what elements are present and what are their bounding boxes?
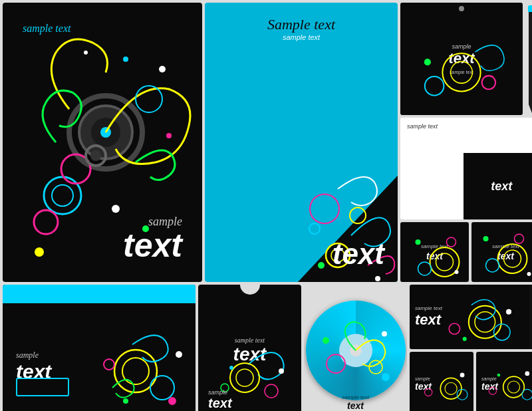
horiz1-text: text [426,251,443,261]
svg-point-60 [279,368,284,374]
sleeve-notch [240,285,260,295]
paper-top-text: Sample text sample text [267,16,335,41]
svg-point-41 [416,239,421,245]
split-sample-label: sample text [407,123,438,130]
split-card: sample text text [400,118,532,219]
svg-point-10 [123,57,128,62]
side-label-bar: sample text (000) [529,285,532,349]
svg-point-17 [90,150,101,161]
svg-point-57 [236,369,253,386]
svg-point-5 [52,185,73,206]
tag-card: sample text sample text [400,3,523,115]
cd-label-text: sample text text [304,394,407,411]
svg-point-63 [369,360,382,374]
envelope-window [16,378,69,396]
sleeve-text-top: text [233,344,267,365]
right-column: sample text sample text sample text [400,3,532,282]
tag-text-label: text [448,50,474,67]
svg-point-65 [382,331,387,337]
bottom-card2-sample: sample [415,376,430,381]
svg-point-25 [309,223,320,234]
split-black-half: text [464,153,533,219]
bottom-row: sample text sample text text samp [3,285,532,411]
svg-point-39 [418,262,432,275]
svg-point-53 [176,351,182,358]
svg-point-1 [79,106,132,159]
split-text-label: text [491,180,512,194]
paper-bottom-text-label: text [332,239,384,269]
sleeve-text-bottom: text [208,396,232,411]
svg-point-21 [318,262,325,269]
bottom-card-2: sample text [410,352,473,411]
main-container: sample text [0,0,532,411]
cd-inner-ring [339,334,372,367]
bottom-right-cards: sample text text sample text (000) [410,285,532,411]
svg-point-55 [168,397,176,405]
svg-point-2 [91,118,120,147]
paper-panel: Sample text sample text sample text [205,3,398,282]
svg-point-51 [150,376,174,400]
envelope-cyan-bar [3,285,196,303]
paper-title: Sample text [267,16,335,33]
svg-point-11 [84,51,88,55]
svg-point-74 [445,382,457,394]
folder-panel: sample text [3,3,202,282]
svg-point-61 [229,366,233,370]
tag-sub-label: sample text [450,70,473,74]
tag-pen-row: sample text sample text [400,3,532,115]
svg-point-78 [503,376,525,398]
sleeve-sample-bottom: sample [208,389,232,396]
bottom-right-bottom-row: sample text sample text [410,352,532,411]
svg-point-58 [265,384,278,398]
cd-disc [306,301,406,400]
horiz1-sample: sample text [421,243,448,249]
folder-top-label: sample text [23,23,70,35]
sleeve-top-text: sample text text [233,337,267,365]
cd-hole [350,344,362,356]
svg-point-29 [482,76,495,89]
svg-point-0 [69,96,142,169]
svg-point-30 [424,59,431,65]
svg-point-23 [310,194,339,223]
svg-point-8 [34,210,58,234]
paper-subtitle: sample text [267,33,335,41]
tag-sample-label: sample [452,43,471,50]
svg-point-80 [522,389,532,400]
svg-point-54 [123,398,128,404]
svg-point-64 [323,337,329,344]
svg-point-72 [463,337,467,341]
svg-point-12 [166,133,172,138]
svg-point-50 [122,358,149,384]
svg-point-71 [506,309,511,315]
svg-point-82 [525,371,529,376]
svg-point-3 [100,127,111,138]
svg-point-46 [515,234,524,243]
svg-point-13 [112,205,120,213]
envelope-sample: sample [16,350,51,360]
svg-point-16 [86,146,106,166]
bottom-card-large: sample text text sample text (000) [410,285,532,349]
sleeve-sample-top: sample text [233,337,267,344]
svg-point-6 [136,86,162,112]
svg-point-56 [230,363,259,392]
svg-point-14 [35,247,44,257]
svg-point-73 [440,378,462,399]
tag-hole [459,6,464,11]
svg-point-75 [457,389,467,400]
svg-point-66 [382,373,390,381]
horiz2-sample: sample text [492,243,519,249]
svg-point-77 [460,373,465,378]
paper-bottom-text: sample text [332,228,384,269]
envelope-panel: sample text [3,285,196,411]
svg-point-4 [44,177,81,214]
svg-point-7 [61,154,90,184]
cd-sample: sample text [304,394,407,400]
svg-point-48 [527,272,531,276]
bottom-card3-sample: sample [481,376,497,381]
svg-point-9 [159,66,166,72]
pen-cap [528,5,532,12]
folder-bottom-text: sample text [123,215,182,262]
svg-point-42 [455,270,459,274]
bottom-card1-text: text [415,311,441,329]
horiz-card-1: sample text text [400,222,469,282]
